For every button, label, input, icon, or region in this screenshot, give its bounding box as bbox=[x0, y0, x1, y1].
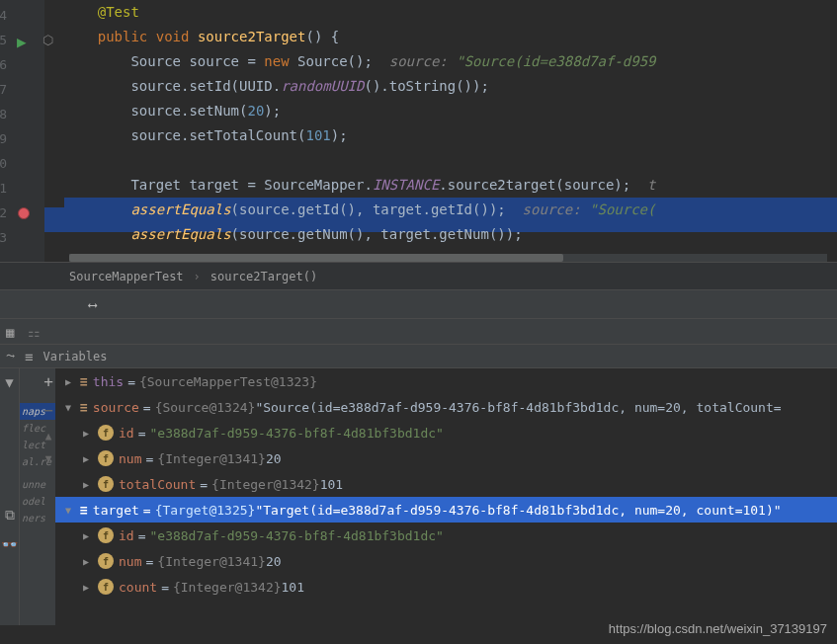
frame-item[interactable]: ners bbox=[20, 510, 55, 526]
collapse-icon[interactable]: ▼ bbox=[61, 402, 75, 413]
variable-target-count[interactable]: ▶ f count = {Integer@1342} 101 bbox=[55, 574, 837, 600]
expand-icon[interactable]: ▶ bbox=[79, 428, 93, 439]
expand-icon[interactable]: ▶ bbox=[79, 479, 93, 490]
field-icon: f bbox=[98, 527, 114, 543]
horizontal-scrollbar[interactable] bbox=[69, 254, 827, 262]
frames-panel[interactable]: + − ▲ ▼ naps flec lect al.re unne odel n… bbox=[20, 368, 55, 625]
variable-source-num[interactable]: ▶ f num = {Integer@1341} 20 bbox=[55, 445, 837, 471]
breadcrumb[interactable]: SourceMapperTest › source2Target() bbox=[0, 262, 837, 289]
glasses-icon[interactable]: 👓 bbox=[1, 536, 18, 552]
object-icon: ≡ bbox=[80, 374, 88, 389]
variables-label: Variables bbox=[42, 350, 107, 363]
variables-header: ⤳ ≡ Variables bbox=[0, 345, 837, 368]
field-icon: f bbox=[98, 450, 114, 466]
field-icon: f bbox=[98, 476, 114, 492]
expand-icon[interactable]: ▶ bbox=[79, 530, 93, 541]
expand-icon[interactable]: ▶ bbox=[79, 556, 93, 567]
variables-tree[interactable]: ▶ ≡ this = {SourceMapperTest@1323} ▼ ≡ s… bbox=[55, 368, 837, 625]
variable-source-totalcount[interactable]: ▶ f totalCount = {Integer@1342} 101 bbox=[55, 471, 837, 497]
frame-item[interactable]: unne bbox=[20, 476, 55, 493]
breadcrumb-method[interactable]: source2Target() bbox=[210, 270, 317, 283]
variable-target-id[interactable]: ▶ f id = "e388d7af-d959-4376-bf8f-4d81bf… bbox=[55, 523, 837, 548]
chevron-right-icon: › bbox=[194, 270, 201, 283]
panel-divider[interactable]: ⟷ bbox=[0, 289, 837, 319]
scroll-thumb[interactable] bbox=[69, 254, 563, 262]
line-numbers: 4 5 6 7 8 9 0 1 2 3 bbox=[0, 0, 7, 250]
field-icon: f bbox=[98, 425, 114, 441]
debug-panel: ▼ ⧉ 👓 + − ▲ ▼ naps flec lect al.re unne … bbox=[0, 368, 837, 625]
up-icon[interactable]: ▲ bbox=[45, 430, 52, 443]
down-icon[interactable]: ▼ bbox=[45, 452, 52, 465]
collapse-icon[interactable]: ▼ bbox=[61, 505, 75, 516]
variable-source-id[interactable]: ▶ f id = "e388d7af-d959-4376-bf8f-4d81bf… bbox=[55, 420, 837, 445]
variable-this[interactable]: ▶ ≡ this = {SourceMapperTest@1323} bbox=[55, 368, 837, 394]
debug-toolbar: ▦ ⚏ bbox=[0, 319, 837, 345]
code-content[interactable]: @Test public void source2Target() { Sour… bbox=[64, 0, 837, 247]
frame-item[interactable]: odel bbox=[20, 493, 55, 510]
run-test-icon[interactable]: ▶ bbox=[17, 33, 27, 51]
variable-target[interactable]: ▼ ≡ target = {Target@1325} "Target(id=e3… bbox=[55, 497, 837, 523]
list-icon[interactable]: ≡ bbox=[25, 349, 33, 364]
object-icon: ≡ bbox=[80, 503, 88, 518]
breadcrumb-class[interactable]: SourceMapperTest bbox=[69, 270, 184, 283]
field-icon: f bbox=[98, 553, 114, 569]
field-icon: f bbox=[98, 579, 114, 595]
object-icon: ≡ bbox=[80, 400, 88, 415]
bookmark-icon[interactable]: ⬡ bbox=[42, 33, 53, 47]
settings-icon[interactable]: ⚏ bbox=[28, 324, 41, 340]
debug-sidebar: ▼ ⧉ 👓 bbox=[0, 368, 20, 625]
resize-cursor-icon: ⟷ bbox=[89, 297, 97, 312]
code-editor[interactable]: 4 5 6 7 8 9 0 1 2 3 ▶ ⬡ @Test public voi… bbox=[0, 0, 837, 262]
filter-icon[interactable]: ▼ bbox=[5, 374, 13, 390]
expand-icon[interactable]: ▶ bbox=[79, 453, 93, 464]
variable-source[interactable]: ▼ ≡ source = {Source@1324} "Source(id=e3… bbox=[55, 394, 837, 420]
calculator-icon[interactable]: ▦ bbox=[6, 324, 14, 340]
add-icon[interactable]: + bbox=[43, 372, 53, 391]
watermark: https://blog.csdn.net/weixin_37139197 bbox=[609, 621, 827, 636]
remove-icon[interactable]: − bbox=[43, 401, 53, 420]
expand-icon[interactable]: ▶ bbox=[79, 582, 93, 593]
breakpoint-icon[interactable] bbox=[18, 207, 30, 219]
copy-icon[interactable]: ⧉ bbox=[5, 507, 15, 523]
arrow-icon[interactable]: ⤳ bbox=[6, 350, 15, 362]
expand-icon[interactable]: ▶ bbox=[61, 376, 75, 387]
variable-target-num[interactable]: ▶ f num = {Integer@1341} 20 bbox=[55, 548, 837, 574]
